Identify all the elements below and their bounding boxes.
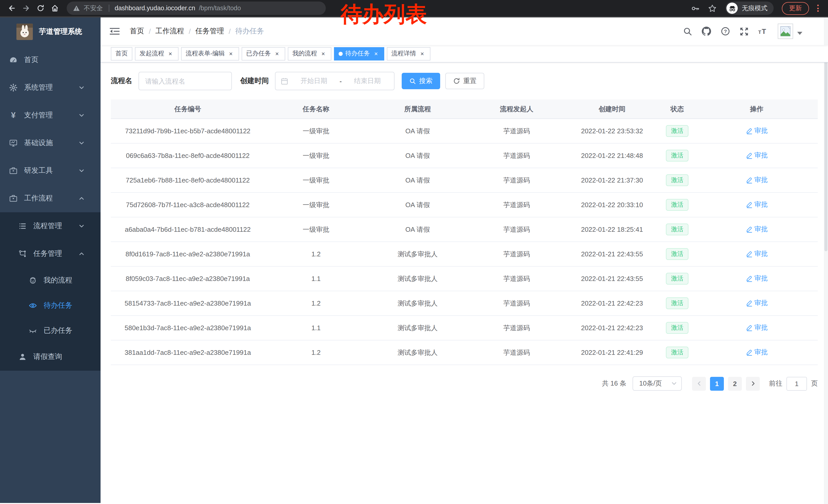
tab-close-icon[interactable]: × [227,50,235,57]
app-title: 芋道管理系统 [39,27,82,36]
tab-label: 我的流程 [292,49,317,58]
process-cell: OA 请假 [367,225,468,234]
avatar-caret-icon[interactable] [797,32,802,35]
approve-link[interactable]: 审批 [746,348,768,357]
date-range-picker[interactable]: 开始日期 - 结束日期 [275,72,395,90]
dashboard-icon [9,56,17,64]
next-page-button[interactable] [746,377,760,391]
breadcrumb-item-4: 待办任务 [235,27,264,36]
breadcrumb-item-1[interactable]: 首页 [130,27,144,36]
action-cell: 审批 [696,274,818,283]
status-badge: 激活 [666,150,689,162]
approve-link[interactable]: 审批 [746,225,768,234]
robot-icon [29,276,37,284]
approve-link[interactable]: 审批 [746,249,768,259]
created-cell: 2022-01-22 21:37:30 [565,176,659,184]
edit-pen-icon [746,251,752,258]
tab-close-icon[interactable]: × [320,50,327,57]
font-size-icon[interactable]: TT [758,27,768,36]
sidebar-item-4[interactable]: 基础设施 [0,129,100,157]
goto-label: 前往 [769,379,782,388]
tab-6[interactable]: 待办任务× [334,47,384,60]
sidebar-item-5[interactable]: 研发工具 [0,157,100,185]
sidebar-item-3[interactable]: ¥支付管理 [0,101,100,129]
process-name-input[interactable] [138,72,232,90]
page-button-1[interactable]: 1 [710,377,724,391]
breadcrumb-item-3[interactable]: 任务管理 [196,27,224,36]
sidebar-item-11[interactable]: 已办任务 [0,318,100,343]
page-size-select[interactable]: 10条/页 [632,376,682,391]
avatar[interactable] [778,24,793,39]
action-cell: 审批 [696,200,818,210]
created-cell: 2022-01-22 21:48:48 [565,152,659,159]
end-date-placeholder: 结束日期 [346,77,389,86]
tab-close-icon[interactable]: × [167,50,174,57]
list-icon [18,222,27,230]
approve-link[interactable]: 审批 [746,176,768,185]
forward-icon[interactable] [19,2,33,15]
approve-link[interactable]: 审批 [746,200,768,210]
starter-cell: 芋道源码 [468,151,565,160]
active-dot [339,51,343,56]
page-button-2[interactable]: 2 [728,377,742,391]
approve-link[interactable]: 审批 [746,299,768,308]
tab-3[interactable]: 流程表单-编辑× [181,47,239,60]
starter-cell: 芋道源码 [468,299,565,308]
home-icon[interactable] [48,2,61,15]
browser-menu-icon[interactable] [813,3,823,14]
tab-close-icon[interactable]: × [419,50,426,57]
starter-cell: 芋道源码 [468,126,565,136]
create-time-label: 创建时间 [240,77,269,86]
sidebar-item-2[interactable]: 系统管理 [0,74,100,101]
chevron-down-icon [78,168,86,174]
status-badge: 激活 [666,297,689,309]
breadcrumb-item-2[interactable]: 工作流程 [156,27,184,36]
tab-4[interactable]: 已办任务× [242,47,285,60]
reset-button[interactable]: 重置 [445,73,484,89]
task-name-cell: 1.2 [265,349,367,356]
task-id-cell: 725a1eb6-7b88-11ec-8ef0-acde48001122 [111,176,265,184]
sidebar-item-7[interactable]: 流程管理 [0,212,100,240]
security-label: 不安全 [84,4,103,12]
sidebar-logo: 芋道管理系统 [0,17,100,46]
tab-1[interactable]: 首页 [111,47,132,60]
sidebar-item-1[interactable]: 首页 [0,46,100,74]
starter-cell: 芋道源码 [468,200,565,210]
approve-link[interactable]: 审批 [746,126,768,136]
fullscreen-icon[interactable] [740,27,748,36]
approve-link[interactable]: 审批 [746,274,768,283]
key-icon[interactable] [691,4,700,12]
edit-pen-icon [746,275,752,282]
approve-link[interactable]: 审批 [746,151,768,160]
sidebar-item-12[interactable]: 请假查询 [0,343,100,371]
update-button[interactable]: 更新 [782,2,809,15]
github-icon[interactable] [702,27,711,36]
task-name-cell: 一级审批 [265,151,367,160]
prev-page-button[interactable] [692,377,706,391]
sidebar-item-9[interactable]: 我的流程 [0,268,100,293]
task-id-cell: 8f059c03-7ac8-11ec-a9e2-a2380e71991a [111,275,265,282]
search-icon[interactable] [683,27,692,36]
sidebar-item-10[interactable]: 待办任务 [0,293,100,318]
reload-icon[interactable] [34,2,47,15]
address-bar[interactable]: 不安全 dashboard.yudao.iocoder.cn/bpm/task/… [67,2,326,15]
sidebar-toggle-icon[interactable] [108,25,122,37]
task-name-cell: 1.1 [265,324,367,332]
scrollbar-thumb[interactable] [824,46,827,251]
tab-5[interactable]: 我的流程× [288,47,331,60]
bookmark-star-icon[interactable] [708,4,717,12]
tab-7[interactable]: 流程详情× [387,47,430,60]
tab-2[interactable]: 发起流程× [135,47,178,60]
help-icon[interactable]: ? [721,27,730,36]
process-cell: 测试多审批人 [367,274,468,283]
sidebar-item-6[interactable]: 工作流程 [0,185,100,212]
back-icon[interactable] [5,2,18,15]
status-cell: 激活 [659,125,696,137]
tab-close-icon[interactable]: × [372,50,380,57]
tab-close-icon[interactable]: × [274,50,281,57]
goto-page-input[interactable] [786,377,807,391]
approve-link[interactable]: 审批 [746,323,768,332]
scrollbar [824,17,828,504]
sidebar-item-8[interactable]: 任务管理 [0,240,100,268]
search-button[interactable]: 搜索 [402,73,440,89]
